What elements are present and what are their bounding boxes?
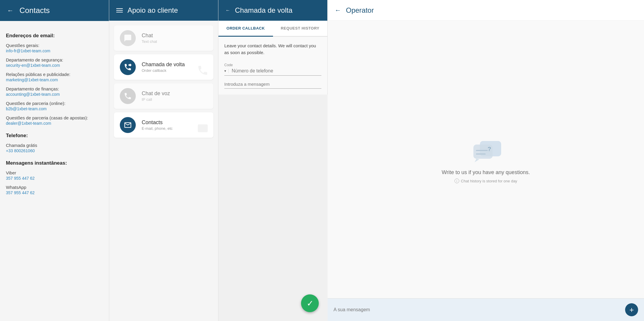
chat-service-name: Chat <box>142 33 157 39</box>
voip-icon <box>124 92 132 100</box>
contacts-icon-circle <box>120 117 136 133</box>
chat-service-sub: Text chat <box>142 39 157 44</box>
phone-input[interactable] <box>232 68 321 74</box>
service-card-voip[interactable]: Chat de voz IP call <box>114 83 213 109</box>
contact-link-1[interactable]: security-en@1xbet-team.com <box>6 63 103 68</box>
panel-contacts: ← Contacts Endereços de email: Questões … <box>0 0 109 321</box>
voip-icon-circle <box>120 88 136 104</box>
callback-service-sub: Order callback <box>142 68 185 73</box>
operator-history-note: i Chat history is stored for one day <box>455 179 517 183</box>
voip-service-name: Chat de voz <box>142 90 170 97</box>
add-attachment-button[interactable]: + <box>625 303 638 316</box>
contacts-card-text-block: Contacts E-mail, phone, etc <box>142 119 173 131</box>
phone-section-title: Telefone: <box>6 133 103 139</box>
callback-back-button[interactable]: ← <box>225 8 230 13</box>
viber-label: Viber <box>6 170 103 175</box>
contacts-icon <box>124 121 132 129</box>
callback-header: ← Chamada de volta <box>218 0 327 21</box>
service-card-callback[interactable]: Chamada de volta Order callback <box>114 54 213 80</box>
panel-callback-wrapper: ← Chamada de volta ORDER CALLBACK REQUES… <box>218 0 328 321</box>
contacts-header: ← Contacts <box>0 0 109 21</box>
callback-text-block: Chamada de volta Order callback <box>142 61 185 73</box>
chat-icon <box>124 34 132 42</box>
support-title: Apoio ao cliente <box>128 6 178 14</box>
voip-service-sub: IP call <box>142 97 170 102</box>
callback-title: Chamada de volta <box>235 6 292 14</box>
contact-label-2: Relações públicas e publicidade: <box>6 72 103 77</box>
contacts-card-name: Contacts <box>142 119 173 126</box>
service-card-chat[interactable]: Chat Text chat <box>114 25 213 51</box>
history-note-text: Chat history is stored for one day <box>461 179 517 183</box>
check-icon: ✓ <box>307 299 313 308</box>
callback-desc: Leave your contact details. We will cont… <box>224 43 321 56</box>
service-card-contacts[interactable]: Contacts E-mail, phone, etc <box>114 112 213 138</box>
phone-row: ▾ <box>224 68 321 76</box>
phone-number[interactable]: +33 800261060 <box>6 148 103 153</box>
contact-label-5: Questões de parceria (casas de apostas): <box>6 115 103 120</box>
instant-section-title: Mensagens instantâneas: <box>6 160 103 166</box>
contact-label-1: Departamento de segurança: <box>6 57 103 62</box>
panel-support: Apoio ao cliente Chat Text chat <box>109 0 218 321</box>
contact-label-0: Questões gerais: <box>6 43 103 48</box>
contact-link-5[interactable]: dealer@1xbet-team.com <box>6 121 103 126</box>
callback-tabs: ORDER CALLBACK REQUEST HISTORY <box>218 21 327 37</box>
chat-text-block: Chat Text chat <box>142 33 157 44</box>
callback-icon <box>124 63 132 71</box>
contacts-bg-icon <box>197 122 209 134</box>
contact-link-2[interactable]: marketing@1xbet-team.com <box>6 77 103 82</box>
operator-title: Operator <box>346 6 374 14</box>
contact-label-4: Questões de parceria (online): <box>6 101 103 106</box>
operator-back-button[interactable]: ← <box>335 7 341 14</box>
callback-form-area: Leave your contact details. We will cont… <box>218 37 327 95</box>
contacts-content: Endereços de email: Questões gerais: inf… <box>0 21 109 321</box>
code-selector[interactable]: ▾ <box>224 69 229 73</box>
viber-number[interactable]: 357 955 447 62 <box>6 176 103 181</box>
email-section-title: Endereços de email: <box>6 33 103 39</box>
chat-icon-circle <box>120 30 136 46</box>
info-icon: i <box>455 179 459 183</box>
call-free-label: Chamada grátis <box>6 143 103 148</box>
whatsapp-number[interactable]: 357 955 447 62 <box>6 190 103 195</box>
contacts-back-button[interactable]: ← <box>7 7 14 14</box>
callback-service-name: Chamada de volta <box>142 61 185 68</box>
whatsapp-label: WhatsApp <box>6 185 103 190</box>
chevron-down-icon: ▾ <box>224 69 226 73</box>
contacts-title: Contacts <box>19 6 50 15</box>
operator-header: ← Operator <box>328 0 644 21</box>
hamburger-icon[interactable] <box>116 8 123 12</box>
callback-icon-circle <box>120 59 136 75</box>
chat-bubble-illustration: ? <box>471 136 501 162</box>
code-label: Code <box>224 63 321 67</box>
contact-link-3[interactable]: accounting@1xbet-team.com <box>6 92 103 97</box>
callback-bg-icon <box>197 64 209 76</box>
support-content: Chat Text chat Chamada de volta Order ca… <box>109 21 218 142</box>
operator-empty-text: Write to us if you have any questions. <box>442 169 530 176</box>
tab-request-history[interactable]: REQUEST HISTORY <box>273 21 328 37</box>
operator-chat-input-area: + <box>328 298 644 321</box>
panel-operator: ← Operator ? Write to us if you have any… <box>328 0 644 321</box>
contacts-card-sub: E-mail, phone, etc <box>142 126 173 131</box>
plus-icon: + <box>629 306 634 314</box>
callback-fab-button[interactable]: ✓ <box>301 294 319 312</box>
operator-chat-empty: ? Write to us if you have any questions.… <box>328 21 644 298</box>
chat-text-input[interactable] <box>334 307 622 312</box>
contact-label-3: Departamento de finanças: <box>6 86 103 91</box>
svg-text:?: ? <box>488 146 491 152</box>
contact-link-0[interactable]: info-fr@1xbet-team.com <box>6 48 103 53</box>
panel-callback: ← Chamada de volta ORDER CALLBACK REQUES… <box>218 0 328 95</box>
chat-bubbles-icon: ? <box>471 136 504 165</box>
tab-order-callback[interactable]: ORDER CALLBACK <box>218 21 273 37</box>
support-header: Apoio ao cliente <box>109 0 218 21</box>
voip-text-block: Chat de voz IP call <box>142 90 170 102</box>
message-input[interactable] <box>224 82 321 89</box>
contact-link-4[interactable]: b2b@1xbet-team.com <box>6 106 103 111</box>
